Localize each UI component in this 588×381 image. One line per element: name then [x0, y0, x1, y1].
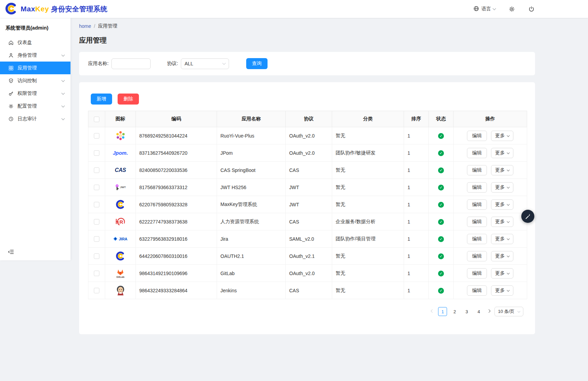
row-checkbox[interactable] [94, 185, 99, 190]
edit-button[interactable]: 编辑 [467, 199, 487, 210]
col-header-code: 编码 [136, 111, 217, 127]
language-label: 语言 [481, 6, 491, 12]
sidebar-menu: 仪表盘 身份管理 应用管理 访问控制 权限管理 [0, 36, 70, 125]
app-table-panel: 新增 删除 图标 编码 应用名称 协议 分类 排序 状态 操作 [79, 82, 535, 334]
sidebar-user-title: 系统管理员(admin) [0, 18, 70, 36]
row-checkbox[interactable] [94, 288, 99, 293]
delete-button[interactable]: 删除 [118, 94, 139, 105]
app-code: 876892492581044224 [136, 127, 217, 144]
logout-button[interactable] [528, 6, 535, 12]
chevron-down-icon [62, 104, 65, 107]
more-button[interactable]: 更多 [491, 251, 513, 261]
chevron-down-icon [507, 289, 510, 291]
app-protocol: JWT [286, 179, 332, 196]
sidebar: 系统管理员(admin) 仪表盘 身份管理 应用管理 访问控制 [0, 18, 70, 260]
app-sort: 1 [404, 265, 429, 282]
shield-check-icon [8, 78, 14, 84]
sidebar-item-identity[interactable]: 身份管理 [0, 49, 70, 62]
app-category: 暂无 [332, 265, 404, 282]
page-number-2[interactable]: 2 [450, 307, 459, 316]
col-header-sort: 排序 [404, 111, 429, 127]
protocol-select[interactable]: ALL [181, 58, 229, 69]
sidebar-item-label: 仪表盘 [18, 40, 32, 46]
row-checkbox[interactable] [94, 219, 99, 225]
brand[interactable]: MaxKey身份安全管理系统 [5, 2, 107, 16]
edit-button[interactable]: 编辑 [467, 234, 487, 244]
table-row: R 622227747938373638 人力资源管理系统 CAS 企业服务/数… [88, 213, 527, 230]
breadcrumb-home-link[interactable]: home [79, 23, 91, 29]
app-code: 622076759805923328 [136, 196, 217, 213]
more-button[interactable]: 更多 [491, 131, 513, 141]
edit-button[interactable]: 编辑 [467, 268, 487, 279]
sidebar-item-audit-log[interactable]: 日志审计 [0, 112, 70, 125]
row-checkbox[interactable] [94, 167, 99, 173]
edit-button[interactable]: 编辑 [467, 217, 487, 227]
status-active-icon [438, 271, 444, 276]
chevron-down-icon [62, 78, 65, 82]
filter-panel: 应用名称: 协议: ALL 查询 [79, 52, 535, 75]
add-button[interactable]: 新增 [91, 94, 112, 105]
more-button[interactable]: 更多 [491, 234, 513, 244]
chevron-right-icon [487, 309, 491, 313]
edit-button[interactable]: 编辑 [467, 182, 487, 193]
more-button[interactable]: 更多 [491, 285, 513, 296]
app-icon [116, 250, 126, 262]
menu-fold-icon [8, 249, 14, 255]
more-button[interactable]: 更多 [491, 148, 513, 158]
table-row: GitLab 986431492190109696 GitLab OAuth_v… [88, 265, 527, 282]
more-button[interactable]: 更多 [491, 199, 513, 210]
table-header-row: 图标 编码 应用名称 协议 分类 排序 状态 操作 [88, 111, 527, 127]
sidebar-item-access-control[interactable]: 访问控制 [0, 74, 70, 87]
chevron-down-icon [507, 185, 510, 188]
table-body: 876892492581044224 RuoYi-Vue-Plus OAuth_… [88, 127, 527, 299]
app-icon [116, 284, 125, 296]
app-sort: 1 [404, 162, 429, 179]
sidebar-collapse-button[interactable] [8, 249, 14, 256]
more-button[interactable]: 更多 [491, 165, 513, 175]
app-name: JPom [217, 144, 286, 162]
edit-button[interactable]: 编辑 [467, 131, 487, 141]
row-checkbox[interactable] [94, 150, 99, 156]
table-row: 876892492581044224 RuoYi-Vue-Plus OAuth_… [88, 127, 527, 144]
edit-button[interactable]: 编辑 [467, 148, 487, 158]
more-button[interactable]: 更多 [491, 217, 513, 227]
more-button[interactable]: 更多 [491, 182, 513, 193]
sidebar-item-configuration[interactable]: 配置管理 [0, 100, 70, 112]
row-checkbox[interactable] [94, 253, 99, 259]
app-code: 837136275440926720 [136, 144, 217, 162]
page-number-4[interactable]: 4 [474, 307, 483, 316]
app-name-input[interactable] [111, 58, 151, 69]
edit-button[interactable]: 编辑 [467, 165, 487, 175]
prev-page-button[interactable] [430, 309, 435, 314]
col-header-icon: 图标 [105, 111, 136, 127]
globe-icon [473, 6, 479, 13]
page-number-3[interactable]: 3 [462, 307, 471, 316]
more-button[interactable]: 更多 [491, 268, 513, 279]
row-checkbox[interactable] [94, 202, 99, 207]
next-page-button[interactable] [486, 309, 491, 314]
app-protocol: CAS [286, 282, 332, 299]
language-switcher[interactable]: 语言 [473, 6, 496, 13]
sidebar-item-applications[interactable]: 应用管理 [0, 62, 70, 74]
sidebar-item-dashboard[interactable]: 仪表盘 [0, 36, 70, 49]
page-number-1[interactable]: 1 [438, 307, 447, 316]
search-button[interactable]: 查询 [246, 58, 268, 69]
app-code: 817568793663373312 [136, 179, 217, 196]
col-header-protocol: 协议 [286, 111, 332, 127]
app-name: Jira [217, 230, 286, 248]
settings-button[interactable] [509, 6, 515, 12]
app-name: Jenkins [217, 282, 286, 299]
edit-button[interactable]: 编辑 [467, 285, 487, 296]
sidebar-item-permissions[interactable]: 权限管理 [0, 87, 70, 100]
row-checkbox[interactable] [94, 271, 99, 276]
page-size-select[interactable]: 10 条/页 [494, 307, 523, 316]
edit-button[interactable]: 编辑 [467, 251, 487, 261]
theme-settings-button[interactable] [521, 210, 534, 223]
clock-icon [8, 116, 14, 122]
table-row: JIRA 632279563832918016 Jira SAML_v2.0 团… [88, 230, 527, 248]
select-all-checkbox[interactable] [94, 117, 99, 122]
col-header-actions: 操作 [454, 111, 527, 127]
row-checkbox[interactable] [94, 236, 99, 242]
appstore-icon [8, 65, 14, 71]
row-checkbox[interactable] [94, 133, 99, 139]
